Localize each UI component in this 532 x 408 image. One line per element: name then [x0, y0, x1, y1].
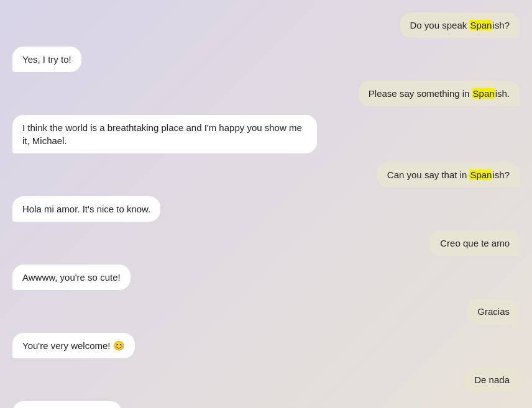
- message-row: Creo que te amo: [12, 230, 520, 256]
- message-row: Hola mi amor. It's nice to know.: [12, 196, 520, 222]
- bubble-msg5: Can you say that in Spanish?: [377, 162, 520, 188]
- bubble-msg6: Hola mi amor. It's nice to know.: [12, 196, 160, 222]
- message-row: You are my sunshine.: [12, 401, 520, 408]
- message-row: Please say something in Spanish.: [12, 81, 520, 106]
- chat-container: Do you speak Spanish?Yes, I try to!Pleas…: [0, 0, 532, 408]
- bubble-msg4: I think the world is a breathtaking plac…: [12, 115, 317, 153]
- message-row: Awwww, you're so cute!: [12, 265, 520, 290]
- bubble-msg12: You are my sunshine.: [12, 401, 122, 408]
- bubble-msg11: De nada: [464, 367, 520, 392]
- bubble-msg7: Creo que te amo: [430, 230, 520, 256]
- bubble-msg1: Do you speak Spanish?: [400, 12, 520, 38]
- message-row: I think the world is a breathtaking plac…: [12, 115, 520, 153]
- bubble-msg10: You're very welcome! 😊: [12, 333, 135, 358]
- message-row: Yes, I try to!: [12, 47, 520, 72]
- message-row: You're very welcome! 😊: [12, 333, 520, 358]
- bubble-msg8: Awwww, you're so cute!: [12, 265, 131, 290]
- message-row: Gracias: [12, 299, 520, 324]
- message-row: Do you speak Spanish?: [12, 12, 520, 38]
- bubble-msg9: Gracias: [467, 299, 520, 324]
- bubble-msg2: Yes, I try to!: [12, 47, 81, 72]
- message-row: Can you say that in Spanish?: [12, 162, 520, 188]
- bubble-msg3: Please say something in Spanish.: [359, 81, 520, 106]
- message-row: De nada: [12, 367, 520, 392]
